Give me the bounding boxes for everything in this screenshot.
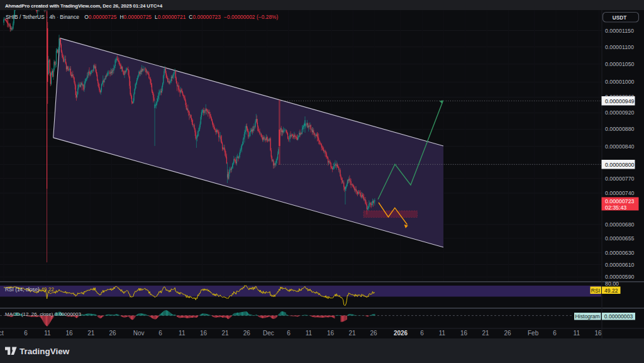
svg-text:6: 6 [24, 330, 28, 337]
svg-text:0.00000630: 0.00000630 [605, 250, 635, 256]
svg-text:6: 6 [420, 330, 424, 337]
svg-text:11: 11 [179, 330, 186, 337]
svg-text:TradingView: TradingView [19, 347, 70, 356]
svg-text:16: 16 [65, 330, 73, 337]
svg-text:Histogram: Histogram [575, 313, 600, 320]
svg-text:6: 6 [553, 330, 557, 337]
svg-text:Dec: Dec [263, 330, 274, 337]
svg-text:0.00000840: 0.00000840 [605, 143, 635, 150]
svg-text:RSI (14, close) 49.22: RSI (14, close) 49.22 [5, 286, 54, 293]
svg-text:2026: 2026 [394, 330, 408, 337]
svg-text:0.00000723: 0.00000723 [605, 198, 635, 204]
svg-text:0.00001000: 0.00001000 [605, 79, 635, 85]
svg-text:02:35:43: 02:35:43 [605, 204, 626, 211]
svg-text:49.22: 49.22 [604, 288, 618, 294]
svg-text:0.00000680: 0.00000680 [605, 221, 635, 228]
svg-text:0.00001100: 0.00001100 [605, 44, 634, 50]
svg-text:26: 26 [243, 330, 251, 337]
svg-text:0.00000740: 0.00000740 [605, 190, 635, 196]
svg-text:0.00001050: 0.00001050 [605, 61, 635, 67]
svg-text:0.00000800: 0.00000800 [605, 162, 635, 168]
svg-text:0.00000590: 0.00000590 [605, 274, 635, 280]
svg-text:16: 16 [460, 330, 468, 337]
svg-text:0.00000880: 0.00000880 [605, 126, 635, 132]
svg-text:11: 11 [439, 330, 446, 337]
svg-text:80.00: 80.00 [605, 281, 619, 287]
svg-text:6: 6 [158, 330, 162, 337]
svg-text:16: 16 [327, 330, 335, 337]
svg-text:21: 21 [87, 330, 95, 337]
svg-text:6: 6 [287, 330, 291, 337]
svg-text:0.00000949: 0.00000949 [605, 98, 635, 104]
svg-text:21: 21 [482, 330, 489, 337]
svg-text:0.00001150: 0.00001150 [605, 28, 634, 34]
svg-text:16: 16 [594, 330, 602, 337]
svg-text:ct: ct [0, 330, 4, 337]
svg-text:11: 11 [574, 330, 580, 337]
svg-text:16: 16 [200, 330, 208, 337]
svg-text:0.00000003: 0.00000003 [604, 313, 633, 320]
svg-text:USDT: USDT [613, 15, 626, 21]
svg-text:Nov: Nov [133, 330, 145, 337]
svg-text:21: 21 [348, 330, 356, 337]
svg-text:0.00000655: 0.00000655 [605, 235, 635, 242]
svg-text:21: 21 [221, 330, 229, 337]
svg-text:0.00000610: 0.00000610 [605, 262, 635, 268]
svg-text:26: 26 [504, 330, 511, 337]
svg-text:26: 26 [370, 330, 377, 337]
svg-text:AhmadPro created with TradingV: AhmadPro created with TradingView.com, D… [5, 3, 163, 9]
svg-text:26: 26 [109, 330, 116, 337]
svg-text:MACD (12, 26, close) 0.0000000: MACD (12, 26, close) 0.00000003 [5, 311, 82, 317]
svg-text:RSI: RSI [591, 288, 600, 294]
svg-text:0.00000770: 0.00000770 [605, 176, 635, 182]
svg-text:Feb: Feb [528, 330, 539, 337]
svg-text:11: 11 [306, 330, 313, 337]
svg-text:SHIB / TetherUS · 4h · Binance: SHIB / TetherUS · 4h · Binance O0.000007… [6, 14, 279, 20]
svg-text:0.00000920: 0.00000920 [605, 109, 635, 116]
svg-text:11: 11 [44, 330, 51, 337]
